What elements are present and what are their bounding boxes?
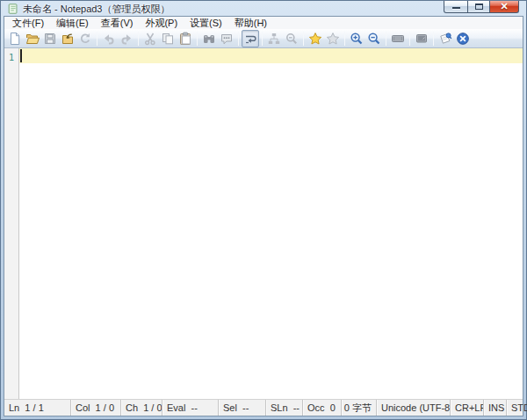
word-wrap-button[interactable]	[242, 30, 259, 47]
client-area: 文件(F)编辑(E)查看(V)外观(P)设置(S)帮助(H) 1 Ln 1 / …	[4, 16, 523, 416]
pin-note-icon	[438, 32, 452, 46]
line-number: 1	[4, 50, 18, 65]
sitemap-icon	[267, 32, 281, 46]
toolbar-separator	[197, 32, 198, 46]
toolbar-separator	[386, 32, 386, 46]
save-icon	[43, 32, 57, 46]
browse-folder-icon	[61, 32, 75, 46]
menu-item-help[interactable]: 帮助(H)	[228, 17, 273, 29]
find-button[interactable]	[200, 30, 218, 47]
code-folding-button[interactable]	[265, 30, 283, 47]
toolbar-separator	[344, 32, 345, 46]
screen-icon	[415, 32, 429, 46]
cut-icon	[143, 32, 157, 46]
status-bytes: 0 字节	[342, 400, 377, 416]
status-eol[interactable]: CR+LF	[451, 400, 484, 416]
close-button[interactable]: ✕	[489, 1, 519, 13]
toolbar-separator	[138, 32, 139, 46]
browse-file-button[interactable]	[59, 30, 76, 47]
maximize-button[interactable]	[467, 1, 490, 13]
new-file-icon	[8, 32, 22, 46]
menu-item-appearance[interactable]: 外观(P)	[139, 17, 184, 29]
zoom-out-button[interactable]	[365, 30, 383, 47]
maximize-icon	[475, 4, 483, 10]
current-line-highlight	[19, 48, 523, 63]
status-sel-lines: SLn --	[266, 400, 303, 416]
status-eval: Eval --	[162, 400, 219, 416]
toolbar-separator	[238, 32, 239, 46]
undo-icon	[102, 32, 116, 46]
paste-icon	[178, 32, 192, 46]
app-icon[interactable]	[7, 3, 19, 15]
window-controls: ✕	[444, 1, 519, 13]
status-bar: Ln 1 / 1Col 1 / 0Ch 1 / 0Eval --Sel --SL…	[4, 399, 523, 416]
zoom-in-button[interactable]	[348, 30, 365, 47]
text-area[interactable]	[19, 48, 523, 399]
menu-item-edit[interactable]: 编辑(E)	[50, 17, 95, 29]
zoom-out-icon	[367, 32, 381, 46]
toolbar-separator	[262, 32, 263, 46]
status-insert-mode[interactable]: INS	[484, 400, 507, 416]
pin-on-top-button[interactable]	[437, 30, 454, 47]
status-encoding[interactable]: Unicode (UTF-8)	[377, 400, 451, 416]
favorites-button[interactable]	[307, 30, 324, 47]
notepad3-window: 未命名 - Notepad3（管理员权限） ✕ 文件(F)编辑(E)查看(V)外…	[0, 0, 527, 420]
toolbar-separator	[97, 32, 97, 46]
replace-button[interactable]	[218, 30, 235, 47]
text-caret	[20, 49, 22, 62]
paste-button[interactable]	[177, 30, 194, 47]
close-icon: ✕	[500, 2, 508, 11]
console-button[interactable]	[389, 30, 407, 47]
editor: 1	[4, 48, 523, 399]
magnifier-view-icon	[285, 32, 299, 46]
star-outline-icon	[326, 32, 340, 46]
minimize-icon	[452, 7, 460, 10]
open-folder-icon	[25, 32, 40, 46]
revert-file-button[interactable]	[76, 30, 94, 47]
word-wrap-icon	[243, 32, 257, 46]
toolbar	[4, 29, 523, 48]
toolbar-separator	[409, 32, 410, 46]
menu-item-file[interactable]: 文件(F)	[6, 17, 50, 29]
open-file-button[interactable]	[24, 30, 41, 47]
cut-button[interactable]	[141, 30, 159, 47]
new-file-button[interactable]	[6, 30, 24, 47]
find-binoculars-icon	[202, 32, 216, 46]
menu-item-settings[interactable]: 设置(S)	[184, 17, 228, 29]
status-std-mode[interactable]: STD	[507, 400, 527, 416]
line-number-margin: 1	[4, 48, 19, 399]
status-line: Ln 1 / 1	[4, 400, 71, 416]
status-occurrences: Occ 0	[303, 400, 342, 416]
redo-button[interactable]	[118, 30, 135, 47]
menu-bar: 文件(F)编辑(E)查看(V)外观(P)设置(S)帮助(H)	[4, 17, 523, 29]
exit-button[interactable]	[454, 30, 472, 47]
zoom-in-icon	[350, 32, 364, 46]
star-icon	[308, 32, 322, 46]
add-favorite-button[interactable]	[324, 30, 342, 47]
exit-circle-icon	[456, 32, 470, 46]
status-char: Ch 1 / 0	[121, 400, 162, 416]
title-bar[interactable]: 未命名 - Notepad3（管理员权限） ✕	[4, 1, 523, 16]
copy-button[interactable]	[159, 30, 177, 47]
menu-item-view[interactable]: 查看(V)	[95, 17, 140, 29]
undo-button[interactable]	[100, 30, 118, 47]
window-title: 未命名 - Notepad3（管理员权限）	[23, 3, 170, 16]
replace-bubble-icon	[220, 32, 234, 46]
keyboard-icon	[391, 32, 405, 46]
copy-icon	[161, 32, 175, 46]
toolbar-separator	[303, 32, 304, 46]
status-selection: Sel --	[219, 400, 266, 416]
save-file-button[interactable]	[41, 30, 59, 47]
minimize-button[interactable]	[444, 1, 468, 13]
toolbar-separator	[433, 32, 434, 46]
screen-button[interactable]	[413, 30, 430, 47]
redo-icon	[119, 32, 134, 46]
revert-icon	[78, 32, 92, 46]
status-column: Col 1 / 0	[71, 400, 121, 416]
view-zoom-button[interactable]	[283, 30, 300, 47]
